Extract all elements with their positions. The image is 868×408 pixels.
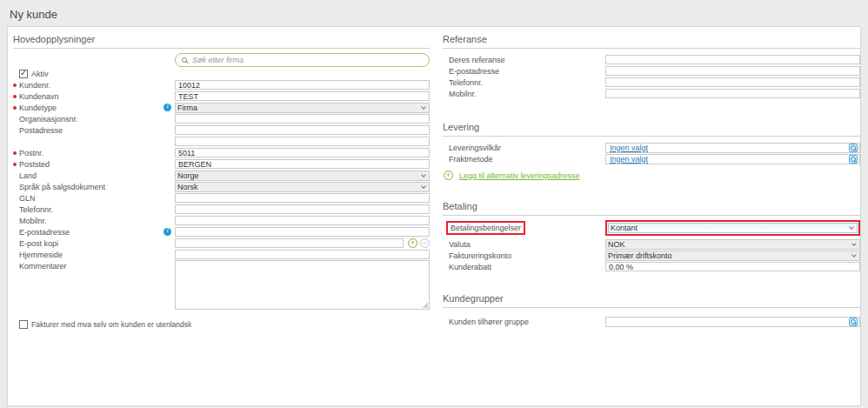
section-divider bbox=[443, 136, 860, 137]
search-icon bbox=[182, 57, 187, 63]
fakturer-mva-label: Fakturer med mva selv om kunden er utenl… bbox=[31, 320, 191, 329]
gln-input[interactable] bbox=[175, 193, 430, 203]
organisasjonsnr-input[interactable] bbox=[175, 114, 430, 124]
company-search-input[interactable] bbox=[190, 55, 423, 65]
info-icon[interactable] bbox=[164, 104, 171, 111]
mobilnr-input[interactable] bbox=[175, 216, 430, 225]
ref-mobilnr-label: Mobilnr. bbox=[449, 90, 477, 98]
fraktmetode-label: Fraktmetode bbox=[449, 155, 493, 164]
kunderabatt-label: Kunderabatt bbox=[449, 263, 491, 271]
ref-epostadresse-input[interactable] bbox=[605, 66, 860, 76]
epostkopi-label: E-post kopi bbox=[19, 239, 58, 248]
aktiv-checkbox[interactable] bbox=[19, 70, 28, 78]
kunderabatt-input[interactable] bbox=[605, 262, 860, 271]
lookup-icon[interactable] bbox=[849, 144, 858, 152]
kundegruppe-label: Kunden tilhører gruppe bbox=[449, 318, 529, 326]
valuta-select[interactable]: NOK bbox=[605, 239, 860, 250]
postadresse-input-1[interactable] bbox=[175, 125, 430, 135]
required-marker-icon bbox=[13, 151, 17, 155]
kundenavn-label: Kundenavn bbox=[19, 92, 59, 101]
ref-telefonnr-input[interactable] bbox=[605, 77, 860, 87]
epostadresse-label: E-postadresse bbox=[19, 228, 70, 237]
leveringsvilkar-picker[interactable]: Ingen valgt bbox=[605, 143, 860, 153]
section-divider bbox=[443, 215, 860, 216]
section-title-levering: Levering bbox=[443, 115, 860, 132]
poststed-label: Poststed bbox=[19, 160, 50, 169]
kundenavn-input[interactable] bbox=[175, 91, 430, 101]
poststed-input[interactable] bbox=[175, 159, 430, 169]
postadresse-label: Postadresse bbox=[19, 126, 63, 135]
valuta-label: Valuta bbox=[449, 240, 471, 249]
kundenr-input[interactable] bbox=[175, 80, 430, 90]
company-search-field[interactable] bbox=[175, 53, 430, 67]
betalingsbetingelser-label: Betalingsbetingelser bbox=[451, 224, 521, 232]
section-title-kundegrupper: Kundegrupper bbox=[443, 286, 860, 304]
add-icon[interactable] bbox=[444, 171, 453, 180]
deres-referanse-input[interactable] bbox=[605, 55, 860, 64]
section-title-betaling: Betaling bbox=[443, 194, 860, 211]
lookup-icon[interactable] bbox=[849, 155, 858, 164]
sprak-label: Språk på salgsdokument bbox=[19, 183, 105, 191]
hjemmeside-input[interactable] bbox=[175, 250, 430, 259]
faktureringskonto-label: Faktureringskonto bbox=[449, 251, 511, 260]
required-marker-icon bbox=[13, 84, 17, 87]
kundetype-select[interactable]: Firma bbox=[175, 103, 430, 113]
betalingsbetingelser-value-annotation: Kontant bbox=[605, 220, 860, 236]
ref-telefonnr-label: Telefonnr. bbox=[449, 78, 483, 87]
postnr-label: Postnr. bbox=[19, 149, 43, 157]
remove-email-copy-button[interactable] bbox=[420, 238, 430, 248]
land-label: Land bbox=[19, 171, 37, 180]
required-marker-icon bbox=[13, 106, 17, 110]
leveringsvilkar-label: Leveringsvilkår bbox=[449, 144, 501, 152]
page-title: Ny kunde bbox=[0, 0, 868, 26]
ref-mobilnr-input[interactable] bbox=[605, 89, 860, 98]
epostkopi-input[interactable] bbox=[175, 238, 404, 248]
deres-referanse-label: Deres referanse bbox=[449, 56, 505, 64]
kundenr-label: Kundenr. bbox=[19, 81, 50, 90]
section-title-hovedopplysninger: Hovedopplysninger bbox=[13, 27, 430, 44]
sprak-select[interactable]: Norsk bbox=[175, 182, 430, 192]
aktiv-label: Aktiv bbox=[31, 70, 49, 78]
detail-column: Referanse Deres referanse E-postadresse … bbox=[443, 27, 860, 405]
telefonnr-input[interactable] bbox=[175, 204, 430, 214]
lookup-icon[interactable] bbox=[849, 318, 858, 326]
faktureringskonto-select[interactable]: Primær driftskonto bbox=[605, 251, 860, 261]
mobilnr-label: Mobilnr. bbox=[19, 217, 47, 225]
kundegruppe-picker[interactable] bbox=[605, 317, 860, 327]
section-divider bbox=[443, 48, 860, 49]
section-divider bbox=[13, 48, 430, 49]
epostadresse-input[interactable] bbox=[175, 227, 430, 237]
betalingsbetingelser-annotation: Betalingsbetingelser bbox=[446, 221, 525, 235]
telefonnr-label: Telefonnr. bbox=[19, 205, 53, 214]
betalingsbetingelser-select[interactable]: Kontant bbox=[608, 223, 858, 233]
postadresse-input-2[interactable] bbox=[175, 137, 430, 146]
section-title-referanse: Referanse bbox=[443, 27, 860, 44]
organisasjonsnr-label: Organisasjonsnr. bbox=[19, 115, 78, 124]
new-customer-form: Hovedopplysninger Aktiv Kundenr. Kundena… bbox=[7, 26, 861, 406]
main-info-column: Hovedopplysninger Aktiv Kundenr. Kundena… bbox=[13, 27, 430, 405]
kommentarer-textarea[interactable] bbox=[175, 260, 430, 310]
kundetype-label: Kundetype bbox=[19, 104, 57, 112]
fraktmetode-link[interactable]: Ingen valgt bbox=[610, 155, 648, 164]
fraktmetode-picker[interactable]: Ingen valgt bbox=[605, 154, 860, 164]
required-marker-icon bbox=[13, 163, 17, 166]
add-email-copy-button[interactable] bbox=[408, 238, 417, 248]
kommentarer-label: Kommentarer bbox=[19, 262, 67, 271]
land-select[interactable]: Norge bbox=[175, 171, 430, 181]
leveringsvilkar-link[interactable]: Ingen valgt bbox=[610, 144, 648, 152]
hjemmeside-label: Hjemmeside bbox=[19, 251, 63, 259]
section-divider bbox=[443, 307, 860, 308]
add-delivery-address-link[interactable]: Legg til alternativ leveringsadresse bbox=[459, 171, 580, 180]
required-marker-icon bbox=[13, 95, 17, 98]
gln-label: GLN bbox=[19, 194, 36, 203]
fakturer-mva-checkbox[interactable] bbox=[19, 320, 28, 329]
postnr-input[interactable] bbox=[175, 148, 430, 157]
ref-epostadresse-label: E-postadresse bbox=[449, 67, 499, 76]
info-icon[interactable] bbox=[164, 228, 171, 236]
